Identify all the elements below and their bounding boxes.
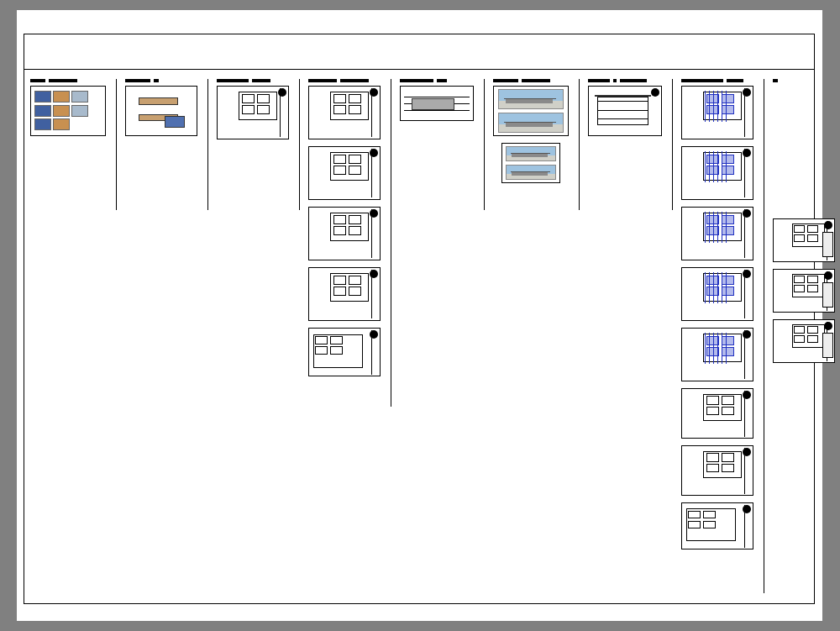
- sheet-thumbnail[interactable]: [308, 328, 381, 376]
- sheets-column-set: [30, 79, 809, 593]
- sheet-thumbnail[interactable]: [681, 86, 753, 139]
- sheet-column: [773, 79, 838, 593]
- column-divider: [299, 79, 300, 210]
- column-header: [773, 79, 838, 82]
- sheet-column: [30, 79, 108, 593]
- sheet-thumbnail[interactable]: [681, 328, 753, 381]
- sheet-column: [125, 79, 199, 593]
- sheet-thumbnail[interactable]: [400, 86, 474, 121]
- sheet-thumbnail[interactable]: [30, 86, 106, 136]
- column-header: [30, 79, 108, 82]
- sheet-thumbnail[interactable]: [681, 445, 753, 496]
- column-divider: [764, 79, 764, 593]
- column-divider: [579, 79, 580, 210]
- sheet-thumbnail[interactable]: [308, 86, 381, 139]
- sheet-thumbnail[interactable]: [681, 146, 753, 200]
- column-divider: [116, 79, 117, 210]
- sheet-thumbnail[interactable]: [681, 502, 753, 549]
- sheet-column: [217, 79, 291, 593]
- outer-border-left: [24, 34, 24, 603]
- sheet-thumbnail[interactable]: [217, 86, 289, 139]
- sheet-thumbnail[interactable]: [501, 143, 560, 183]
- inner-border-top: [24, 69, 815, 70]
- sheet-thumbnail[interactable]: [125, 86, 197, 136]
- sheet-thumbnail[interactable]: [588, 86, 662, 136]
- sheet-thumbnail[interactable]: [493, 86, 569, 136]
- sheet-thumbnail[interactable]: [681, 388, 753, 439]
- column-header: [125, 79, 199, 82]
- column-header: [681, 79, 755, 82]
- outer-border-bottom: [24, 603, 815, 604]
- outer-border-top: [24, 34, 815, 34]
- sheet-thumbnail[interactable]: [773, 269, 835, 313]
- drawing-canvas[interactable]: [17, 10, 822, 621]
- sheet-thumbnail[interactable]: [681, 267, 753, 321]
- sheet-thumbnail[interactable]: [681, 207, 753, 260]
- sheet-thumbnail[interactable]: [773, 319, 835, 363]
- column-divider: [391, 79, 391, 407]
- sheet-thumbnail[interactable]: [308, 207, 381, 260]
- sheet-thumbnail[interactable]: [308, 267, 381, 321]
- sheet-thumbnail[interactable]: [773, 218, 835, 262]
- column-header: [493, 79, 570, 82]
- column-divider: [207, 79, 208, 210]
- sheet-thumbnail[interactable]: [308, 146, 381, 200]
- column-header: [588, 79, 664, 82]
- sheet-column: [308, 79, 382, 593]
- sheet-column: [588, 79, 664, 593]
- sheet-column: [400, 79, 475, 593]
- sheet-column: [681, 79, 755, 593]
- column-header: [217, 79, 291, 82]
- column-header: [308, 79, 382, 82]
- column-divider: [484, 79, 485, 210]
- column-divider: [672, 79, 673, 210]
- column-header: [400, 79, 475, 82]
- sheet-column: [493, 79, 570, 593]
